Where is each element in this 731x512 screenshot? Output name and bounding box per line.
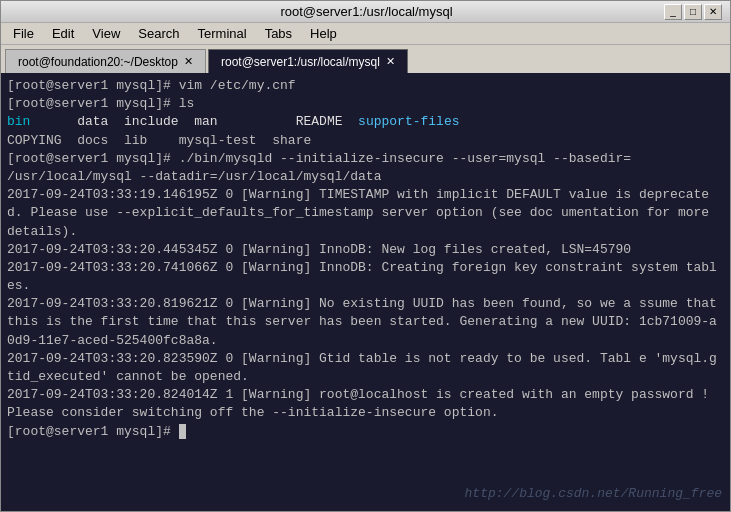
line-5: [root@server1 mysql]# ./bin/mysqld --ini… [7,150,724,168]
minimize-button[interactable]: _ [664,4,682,20]
line-8: 2017-09-24T03:33:20.741066Z 0 [Warning] … [7,259,724,295]
line-6: 2017-09-24T03:33:19.146195Z 0 [Warning] … [7,186,724,241]
tab-2[interactable]: root@server1:/usr/local/mysql ✕ [208,49,408,73]
line-10: 2017-09-24T03:33:20.823590Z 0 [Warning] … [7,350,724,386]
line-1: [root@server1 mysql]# vim /etc/my.cnf [7,77,724,95]
line-2: [root@server1 mysql]# ls [7,95,724,113]
tab-1-close[interactable]: ✕ [184,55,193,68]
menu-help[interactable]: Help [302,24,345,43]
tab-2-label: root@server1:/usr/local/mysql [221,55,380,69]
line-5b: /usr/local/mysql --datadir=/usr/local/my… [7,168,724,186]
tab-2-close[interactable]: ✕ [386,55,395,68]
menu-file[interactable]: File [5,24,42,43]
menu-edit[interactable]: Edit [44,24,82,43]
window-title: root@server1:/usr/local/mysql [69,4,664,19]
menu-view[interactable]: View [84,24,128,43]
watermark: http://blog.csdn.net/Running_free [465,485,722,503]
menu-tabs[interactable]: Tabs [257,24,300,43]
terminal-window: root@server1:/usr/local/mysql _ □ ✕ File… [0,0,731,512]
menu-bar: File Edit View Search Terminal Tabs Help [1,23,730,45]
maximize-button[interactable]: □ [684,4,702,20]
tab-1-label: root@foundation20:~/Desktop [18,55,178,69]
menu-search[interactable]: Search [130,24,187,43]
tab-1[interactable]: root@foundation20:~/Desktop ✕ [5,49,206,73]
window-controls: _ □ ✕ [664,4,722,20]
tab-bar: root@foundation20:~/Desktop ✕ root@serve… [1,45,730,73]
line-11: 2017-09-24T03:33:20.824014Z 1 [Warning] … [7,386,724,422]
menu-terminal[interactable]: Terminal [190,24,255,43]
line-9: 2017-09-24T03:33:20.819621Z 0 [Warning] … [7,295,724,350]
line-7: 2017-09-24T03:33:20.445345Z 0 [Warning] … [7,241,724,259]
terminal-output[interactable]: [root@server1 mysql]# vim /etc/my.cnf [r… [1,73,730,511]
title-bar: root@server1:/usr/local/mysql _ □ ✕ [1,1,730,23]
line-3-ls: bin data include man README support-file… [7,113,724,131]
line-4: COPYING docs lib mysql-test share [7,132,724,150]
line-12-prompt: [root@server1 mysql]# [7,423,724,441]
close-button[interactable]: ✕ [704,4,722,20]
